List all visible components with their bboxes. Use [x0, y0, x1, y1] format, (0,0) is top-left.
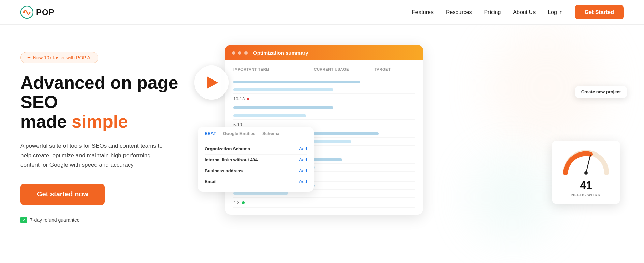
nav-get-started-button[interactable]: Get Started [575, 5, 624, 19]
dot-2 [238, 51, 241, 55]
eeat-row-4: Email Add [205, 176, 307, 187]
hero-title: Advanced on page SEO made simple [20, 73, 184, 132]
score-label: NEEDS WORK [571, 193, 601, 197]
play-triangle-icon [207, 76, 218, 89]
gauge-svg [560, 147, 612, 176]
navbar: POP Features Resources Pricing About Us … [0, 0, 644, 25]
play-button[interactable] [194, 65, 229, 100]
eeat-action-3[interactable]: Add [299, 168, 307, 173]
eeat-action-1[interactable]: Add [299, 146, 307, 151]
svg-point-1 [23, 11, 25, 13]
logo[interactable]: POP [20, 6, 55, 19]
eeat-row-2: Internal links without 404 Add [205, 155, 307, 165]
eeat-card: EEAT Google Entities Schema Organization… [198, 127, 314, 192]
target-1: 10-13 [233, 94, 415, 104]
eeat-label-1: Organization Schema [205, 146, 250, 151]
hero-left: ✦ Now 10x faster with POP AI Advanced on… [20, 45, 184, 223]
badge-icon: ✦ [27, 55, 31, 60]
hero-title-line2-plain: made [20, 112, 72, 131]
badge-text: Now 10x faster with POP AI [33, 55, 92, 60]
hero-title-line1: Advanced on page SEO [20, 73, 178, 112]
card-header: Optimization summary [225, 45, 423, 60]
refund-badge: ✓ 7-day refund guarantee [20, 217, 80, 223]
usage-bar-2 [233, 112, 415, 120]
score-card: 41 NEEDS WORK [552, 141, 620, 204]
eeat-action-2[interactable]: Add [299, 157, 307, 162]
tab-google-entities[interactable]: Google Entities [223, 131, 255, 140]
hero-cta-button[interactable]: Get started now [20, 184, 105, 205]
nav-about[interactable]: About Us [513, 9, 536, 15]
tab-schema[interactable]: Schema [262, 131, 279, 140]
hero-description: A powerful suite of tools for SEOs and c… [20, 141, 171, 170]
nav-pricing[interactable]: Pricing [484, 9, 501, 15]
eeat-label-3: Business address [205, 168, 243, 173]
eeat-rows: Organization Schema Add Internal links w… [198, 140, 314, 192]
refund-text: 7-day refund guarantee [30, 217, 80, 223]
svg-line-2 [586, 155, 590, 173]
svg-point-3 [584, 171, 588, 175]
dot-1 [232, 51, 235, 55]
table-headers: IMPORTANT TERM CURRENT USAGE TARGET [233, 67, 415, 74]
nav-resources[interactable]: Resources [446, 9, 472, 15]
col-term: IMPORTANT TERM [233, 67, 314, 74]
eeat-action-4[interactable]: Add [299, 179, 307, 184]
hero-title-highlight: simple [72, 112, 128, 131]
eeat-row-3: Business address Add [205, 165, 307, 176]
usage-bar-1 [233, 86, 415, 94]
eeat-label-4: Email [205, 179, 217, 184]
check-icon: ✓ [20, 217, 27, 223]
score-number: 41 [580, 179, 592, 192]
col-usage: CURRENT USAGE [314, 67, 374, 74]
logo-text: POP [36, 8, 55, 17]
tab-eeat[interactable]: EEAT [205, 131, 216, 140]
eeat-tabs: EEAT Google Entities Schema [198, 127, 314, 140]
nav-features[interactable]: Features [412, 9, 434, 15]
target-5: 4-8 [233, 198, 415, 208]
create-project-tooltip[interactable]: Create new project [575, 86, 627, 98]
eeat-row-1: Organization Schema Add [205, 144, 307, 155]
term-bar-2 [233, 104, 415, 112]
eeat-label-2: Internal links without 404 [205, 157, 258, 162]
ai-badge: ✦ Now 10x faster with POP AI [20, 52, 98, 63]
col-target: TARGET [375, 67, 415, 74]
card-title: Optimization summary [253, 50, 308, 56]
hero-section: ✦ Now 10x faster with POP AI Advanced on… [0, 25, 644, 263]
logo-icon [20, 6, 33, 19]
hero-right: Optimization summary IMPORTANT TERM CURR… [198, 45, 624, 257]
dot-3 [244, 51, 248, 55]
nav-login[interactable]: Log in [548, 9, 563, 15]
term-bar-1 [233, 78, 415, 86]
bg-blob-2 [470, 154, 555, 239]
nav-links: Features Resources Pricing About Us Log … [412, 5, 624, 19]
